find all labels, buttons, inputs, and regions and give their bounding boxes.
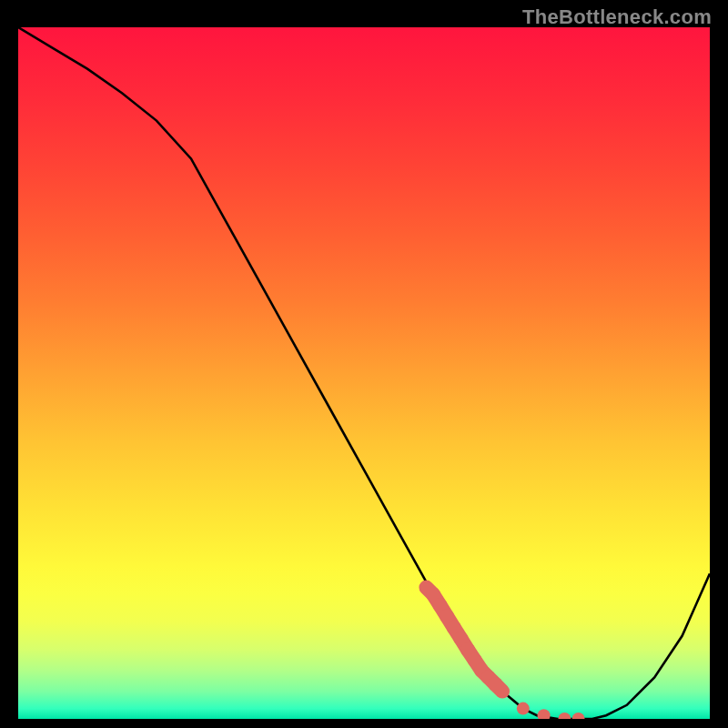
highlight-dot	[517, 703, 530, 715]
gradient-background	[18, 27, 710, 719]
watermark-label: TheBottleneck.com	[522, 5, 712, 29]
bottleneck-chart	[18, 27, 710, 719]
chart-frame	[18, 27, 710, 719]
highlight-band-segment	[495, 684, 502, 692]
